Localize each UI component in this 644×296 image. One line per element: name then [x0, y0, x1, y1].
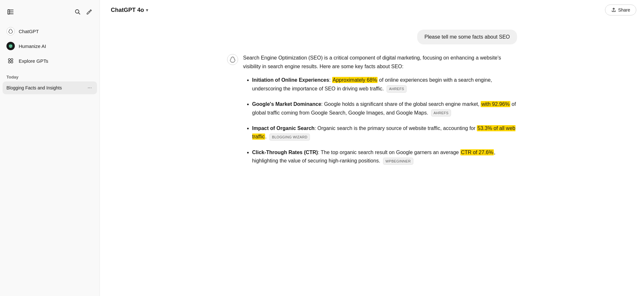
main-content: ChatGPT 4o ▾ Share Please tell me some f… [100, 0, 644, 296]
sidebar-item-humanize-label: Humanize AI [19, 43, 46, 49]
search-button[interactable] [72, 7, 83, 17]
svg-point-12 [11, 61, 13, 63]
bullet-term-4: Click-Through Rates (CTR) [252, 150, 318, 155]
chatgpt-avatar-icon [229, 56, 236, 63]
search-icon [74, 9, 81, 15]
sidebar-item-chatgpt[interactable]: ChatGPT [3, 24, 97, 39]
bullet-term-3: Impact of Organic Search [252, 125, 315, 131]
source-badge-4: WPBEGINNER [383, 158, 413, 165]
sidebar-toggle-icon [7, 8, 14, 15]
bullet-text-before-3: : Organic search is the primary source o… [314, 125, 477, 131]
sidebar-top-icon-group [72, 7, 94, 17]
assistant-avatar [227, 54, 238, 65]
bullet-item-1: Initiation of Online Experiences: Approx… [252, 76, 517, 93]
compose-button[interactable] [84, 7, 94, 17]
svg-line-5 [79, 13, 80, 14]
bullet-list: Initiation of Online Experiences: Approx… [243, 76, 517, 165]
user-message-text: Please tell me some facts about SEO [424, 34, 510, 40]
model-selector-button[interactable]: ChatGPT 4o ▾ [108, 5, 151, 15]
chat-inner: Please tell me some facts about SEO Sear… [214, 30, 530, 165]
share-upload-icon [611, 7, 616, 13]
source-badge-2: AHREFS [431, 109, 451, 116]
model-name-label: ChatGPT 4o [111, 7, 144, 14]
bullet-highlight-2: with 92.96% [481, 101, 510, 107]
bullet-item-3: Impact of Organic Search: Organic search… [252, 124, 517, 141]
svg-rect-1 [8, 12, 14, 12]
svg-point-10 [11, 59, 13, 60]
sidebar-chat-item-label: Blogging Facts and Insights [6, 85, 62, 90]
svg-point-7 [10, 45, 10, 46]
bullet-text-before-4: : The top organic search result on Googl… [318, 150, 460, 155]
sidebar-item-explore-label: Explore GPTs [19, 58, 48, 64]
bullet-item-2: Google's Market Dominance: Google holds … [252, 100, 517, 117]
bullet-highlight-1: Approximately 68% [332, 77, 378, 83]
svg-point-6 [9, 44, 13, 48]
sidebar-item-humanize[interactable]: Humanize AI [3, 39, 97, 53]
explore-icon [6, 57, 15, 65]
humanize-icon [6, 42, 15, 50]
sidebar-item-chatgpt-label: ChatGPT [19, 29, 39, 34]
bullet-term-2: Google's Market Dominance [252, 101, 322, 107]
sidebar-item-explore[interactable]: Explore GPTs [3, 53, 97, 68]
bullet-text-before-1: : [329, 77, 332, 83]
source-badge-1: AHREFS [387, 85, 407, 92]
bullet-highlight-4: CTR of 27.6% [460, 149, 494, 155]
assistant-body: Search Engine Optimization (SEO) is a cr… [243, 53, 517, 165]
svg-point-9 [8, 59, 10, 60]
chevron-down-icon: ▾ [146, 8, 148, 13]
bullet-text-after-3: . [265, 134, 266, 139]
share-button[interactable]: Share [605, 5, 636, 15]
more-options-icon: ··· [88, 85, 92, 91]
chat-menu-button[interactable]: ··· [86, 84, 93, 91]
chat-content[interactable]: Please tell me some facts about SEO Sear… [100, 20, 644, 296]
user-message-row: Please tell me some facts about SEO [227, 30, 517, 44]
header: ChatGPT 4o ▾ Share [100, 0, 644, 20]
svg-point-11 [8, 61, 10, 63]
sidebar-chat-item-blogging[interactable]: Blogging Facts and Insights ··· [3, 81, 97, 94]
sidebar-section-today: Today [0, 69, 100, 81]
bullet-term-1: Initiation of Online Experiences [252, 77, 329, 83]
sidebar-toggle-button[interactable] [5, 6, 16, 17]
bullet-text-before-2: : Google holds a significant share of th… [321, 101, 481, 107]
sidebar-top-bar [0, 4, 100, 23]
sidebar: ChatGPT Humanize AI [0, 0, 100, 296]
user-message-bubble: Please tell me some facts about SEO [417, 30, 517, 44]
chatgpt-icon [6, 27, 15, 35]
svg-point-8 [11, 45, 12, 46]
assistant-intro: Search Engine Optimization (SEO) is a cr… [243, 53, 517, 71]
assistant-message-row: Search Engine Optimization (SEO) is a cr… [227, 53, 517, 165]
bullet-item-4: Click-Through Rates (CTR): The top organ… [252, 148, 517, 165]
sidebar-nav: ChatGPT Humanize AI [0, 23, 100, 69]
share-label: Share [618, 7, 630, 13]
compose-icon [86, 9, 92, 15]
source-badge-3: BLOGGING WIZARD [269, 134, 310, 141]
